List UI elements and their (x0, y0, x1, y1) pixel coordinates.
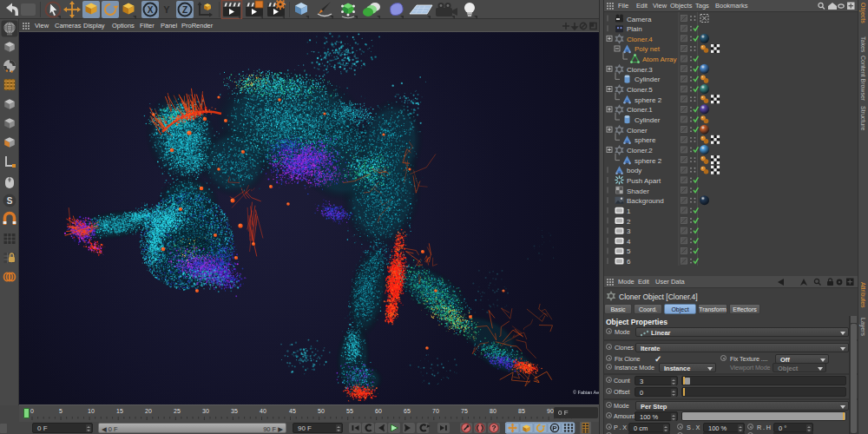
svg-text:?: ? (491, 424, 496, 432)
svg-text:2: 2 (627, 218, 631, 226)
svg-text:4: 4 (627, 238, 631, 246)
svg-text:sphere 2: sphere 2 (635, 157, 662, 165)
svg-text:X: X (148, 5, 154, 15)
svg-text:Push Apart: Push Apart (627, 177, 661, 185)
svg-text:Z: Z (182, 5, 187, 15)
svg-text:S: S (7, 196, 13, 206)
svg-text:Cloner.3: Cloner.3 (627, 66, 653, 74)
svg-text:Poly net: Poly net (635, 45, 661, 53)
svg-text:sphere: sphere (635, 136, 656, 144)
svg-text:Camera: Camera (627, 16, 652, 23)
svg-text:5: 5 (627, 247, 631, 255)
svg-text:sphere 2: sphere 2 (635, 96, 662, 104)
svg-text:Cloner.4: Cloner.4 (627, 36, 653, 43)
svg-text:body: body (627, 167, 641, 174)
svg-text:P: P (552, 424, 557, 432)
svg-text:Cylinder: Cylinder (635, 76, 661, 83)
svg-text:Atom Array: Atom Array (642, 56, 677, 63)
svg-text:Cloner: Cloner (627, 127, 648, 135)
svg-text:Background: Background (627, 197, 664, 205)
svg-text:Shader: Shader (627, 187, 649, 195)
svg-text:Plain: Plain (627, 25, 642, 33)
svg-text:Y: Y (163, 4, 170, 15)
svg-text:Cloner.5: Cloner.5 (627, 86, 653, 94)
svg-text:1: 1 (627, 207, 631, 215)
svg-text:3: 3 (627, 227, 631, 235)
svg-text:6: 6 (627, 258, 631, 266)
svg-text:Cylinder: Cylinder (635, 116, 661, 124)
svg-text:Cloner.2: Cloner.2 (627, 147, 653, 155)
svg-text:Cloner.1: Cloner.1 (627, 106, 653, 114)
